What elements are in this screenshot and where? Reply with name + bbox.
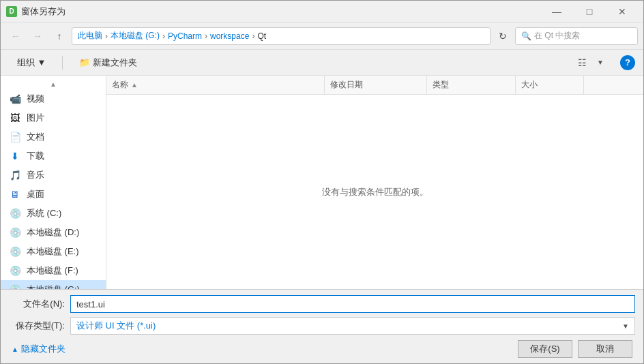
breadcrumb[interactable]: 此电脑 › 本地磁盘 (G:) › PyCharm › workspace › … (72, 27, 491, 45)
sort-arrow: ▲ (131, 81, 138, 89)
sidebar-item-system-c[interactable]: 💿 系统 (C:) (1, 204, 106, 223)
sidebar-item-videos[interactable]: 📹 视频 (1, 89, 106, 108)
local-f-icon: 💿 (9, 264, 21, 277)
sidebar-item-label: 文档 (27, 131, 44, 143)
window: D 窗体另存为 — □ ✕ ← → ↑ 此电脑 › 本地磁盘 (G:) › Py… (0, 0, 644, 364)
column-type[interactable]: 类型 (427, 76, 516, 94)
empty-message: 没有与搜索条件匹配的项。 (322, 186, 428, 198)
filetype-row: 保存类型(T): 设计师 UI 文件 (*.ui) ▼ (9, 317, 635, 335)
up-button[interactable]: ↑ (50, 27, 69, 46)
new-folder-button[interactable]: 📁 新建文件夹 (71, 54, 145, 72)
sidebar-item-label: 下载 (27, 150, 44, 162)
hide-files-toggle[interactable]: ▲ 隐藏文件夹 (12, 343, 65, 355)
music-icon: 🎵 (9, 169, 21, 181)
sidebar-item-label: 本地磁盘 (E:) (27, 245, 79, 258)
filetype-select[interactable]: 设计师 UI 文件 (*.ui) ▼ (70, 317, 635, 335)
sidebar-item-label: 视频 (27, 93, 44, 105)
breadcrumb-item-local-g: 本地磁盘 (G:) (111, 30, 160, 42)
downloads-icon: ⬇ (9, 150, 21, 162)
sidebar-item-label: 系统 (C:) (27, 207, 61, 219)
column-date[interactable]: 修改日期 (325, 76, 427, 94)
sidebar-item-desktop[interactable]: 🖥 桌面 (1, 185, 106, 204)
sidebar-item-label: 图片 (27, 112, 44, 124)
search-placeholder: 在 Qt 中搜索 (534, 30, 580, 42)
cancel-button[interactable]: 取消 (578, 340, 632, 358)
window-icon: D (6, 6, 17, 17)
close-button[interactable]: ✕ (606, 1, 638, 22)
back-button[interactable]: ← (6, 27, 25, 46)
documents-icon: 📄 (9, 131, 21, 143)
sidebar: ▲ 📹 视频 🖼 图片 📄 文档 ⬇ 下载 🎵 音乐 🖥 (1, 76, 106, 289)
refresh-button[interactable]: ↻ (493, 27, 512, 46)
local-d-icon: 💿 (9, 226, 21, 239)
minimize-button[interactable]: — (541, 1, 572, 22)
sidebar-item-local-e[interactable]: 💿 本地磁盘 (E:) (1, 242, 106, 261)
sidebar-item-local-d[interactable]: 💿 本地磁盘 (D:) (1, 223, 106, 242)
sidebar-item-label: 本地磁盘 (G:) (27, 284, 80, 289)
filename-input[interactable] (70, 295, 635, 313)
file-header: 名称 ▲ 修改日期 类型 大小 (106, 76, 643, 95)
help-button[interactable]: ? (620, 55, 635, 70)
system-c-icon: 💿 (9, 207, 21, 219)
sidebar-scroll-up[interactable]: ▲ (1, 78, 106, 89)
sidebar-item-label: 音乐 (27, 169, 44, 181)
sidebar-item-local-f[interactable]: 💿 本地磁盘 (F:) (1, 261, 106, 280)
action-buttons: 保存(S) 取消 (518, 340, 632, 358)
videos-icon: 📹 (9, 93, 21, 105)
view-arrow: ▼ (597, 59, 604, 66)
title-bar: D 窗体另存为 — □ ✕ (1, 1, 643, 22)
maximize-button[interactable]: □ (574, 1, 605, 22)
action-bar: 组织 ▼ 📁 新建文件夹 ☷ ▼ ? (1, 50, 643, 76)
new-folder-icon: 📁 (79, 57, 90, 67)
filename-row: 文件名(N): (9, 295, 635, 313)
sidebar-item-documents[interactable]: 📄 文档 (1, 127, 106, 147)
sidebar-item-local-g[interactable]: 💿 本地磁盘 (G:) (1, 280, 106, 289)
breadcrumb-item-computer: 此电脑 (78, 30, 102, 42)
column-name[interactable]: 名称 ▲ (106, 76, 325, 94)
sidebar-item-music[interactable]: 🎵 音乐 (1, 166, 106, 185)
sidebar-item-label: 本地磁盘 (D:) (27, 226, 79, 239)
file-area: 名称 ▲ 修改日期 类型 大小 没有与搜索条件匹配的项。 (106, 76, 643, 289)
select-arrow-icon: ▼ (622, 322, 629, 330)
pictures-icon: 🖼 (9, 112, 21, 124)
hide-files-arrow-icon: ▲ (12, 346, 18, 353)
filetype-label: 保存类型(T): (9, 320, 70, 332)
separator (62, 56, 63, 70)
local-e-icon: 💿 (9, 245, 21, 258)
sidebar-item-downloads[interactable]: ⬇ 下载 (1, 147, 106, 166)
search-bar[interactable]: 🔍 在 Qt 中搜索 (515, 27, 638, 45)
save-button[interactable]: 保存(S) (518, 340, 572, 358)
column-size[interactable]: 大小 (516, 76, 584, 94)
navigation-toolbar: ← → ↑ 此电脑 › 本地磁盘 (G:) › PyCharm › worksp… (1, 22, 643, 50)
filename-label: 文件名(N): (9, 298, 70, 310)
local-g-icon: 💿 (9, 284, 21, 289)
search-icon: 🔍 (521, 31, 531, 41)
organize-button[interactable]: 组织 ▼ (9, 54, 54, 72)
forward-button[interactable]: → (28, 27, 47, 46)
bottom-section: 文件名(N): 保存类型(T): 设计师 UI 文件 (*.ui) ▼ ▲ 隐藏… (1, 289, 643, 363)
filetype-value: 设计师 UI 文件 (*.ui) (76, 320, 156, 332)
file-body: 没有与搜索条件匹配的项。 (106, 95, 643, 289)
hide-files-label: 隐藏文件夹 (21, 343, 65, 355)
main-content: ▲ 📹 视频 🖼 图片 📄 文档 ⬇ 下载 🎵 音乐 🖥 (1, 76, 643, 289)
sidebar-item-pictures[interactable]: 🖼 图片 (1, 108, 106, 127)
view-button[interactable]: ☷ (572, 54, 591, 72)
breadcrumb-item-workspace: workspace (210, 31, 249, 41)
desktop-icon: 🖥 (9, 188, 21, 200)
window-title: 窗体另存为 (21, 5, 65, 18)
sidebar-item-label: 本地磁盘 (F:) (27, 264, 78, 277)
sidebar-item-label: 桌面 (27, 188, 44, 200)
breadcrumb-item-pycharm: PyCharm (168, 31, 202, 41)
bottom-actions: ▲ 隐藏文件夹 保存(S) 取消 (9, 340, 635, 358)
title-bar-left: D 窗体另存为 (6, 5, 65, 18)
window-controls: — □ ✕ (541, 1, 638, 22)
breadcrumb-item-qt: Qt (257, 31, 266, 41)
